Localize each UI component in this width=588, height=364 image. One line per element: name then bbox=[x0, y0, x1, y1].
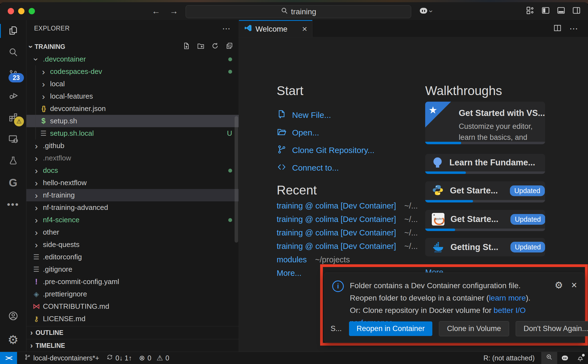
tree-item-icon: ☰ bbox=[39, 130, 48, 137]
toggle-primary-sidebar-icon[interactable] bbox=[541, 6, 550, 15]
sync-status-item[interactable]: 0↓ 1↑ bbox=[106, 354, 132, 362]
activity-item-explorer[interactable] bbox=[0, 20, 26, 42]
reopen-in-container-button[interactable]: Reopen in Container bbox=[349, 321, 433, 336]
walkthrough-card-fundamentals[interactable]: Learn the Fundame... bbox=[425, 154, 545, 174]
zoom-status-item[interactable] bbox=[541, 352, 557, 364]
tree-item[interactable]: › nf-training bbox=[26, 189, 239, 201]
walkthrough-card-jupyter[interactable]: jupyter Get Starte... Updated bbox=[425, 210, 545, 231]
connect-to-link[interactable]: Connect to... bbox=[277, 159, 375, 177]
tree-item[interactable]: › docs bbox=[26, 164, 239, 177]
tree-item[interactable]: ☰ setup.sh.local U bbox=[26, 127, 239, 140]
editor-more-actions-icon[interactable]: ⋯ bbox=[569, 23, 579, 34]
new-file-link[interactable]: New File... bbox=[277, 106, 375, 124]
notification-close-icon[interactable]: × bbox=[571, 279, 577, 291]
tree-item[interactable]: ☰ .editorconfig bbox=[26, 251, 239, 263]
tree-item-icon: $ bbox=[39, 117, 48, 125]
notification-settings-icon[interactable]: ⚙ bbox=[554, 280, 563, 291]
tree-item[interactable]: › .devcontainer bbox=[26, 53, 239, 65]
dont-show-again-button[interactable]: Don't Show Again... bbox=[516, 321, 588, 336]
navigate-back-button[interactable]: ← bbox=[152, 6, 160, 16]
sidebar-scrollbar[interactable] bbox=[235, 116, 238, 243]
tree-item-icon: › bbox=[32, 179, 41, 187]
tree-item-label: nf-training bbox=[43, 191, 75, 199]
new-folder-icon[interactable] bbox=[197, 42, 205, 51]
collapse-all-icon[interactable] bbox=[226, 42, 233, 51]
tree-item[interactable]: › other bbox=[26, 226, 239, 238]
recent-item[interactable]: training @ colima [Dev Container] ~/... bbox=[277, 226, 418, 240]
open-link[interactable]: Open... bbox=[277, 124, 375, 141]
copilot-status-item[interactable] bbox=[557, 352, 573, 364]
activity-item-testing[interactable] bbox=[0, 150, 26, 172]
clone-repo-link[interactable]: Clone Git Repository... bbox=[277, 141, 375, 159]
recent-item[interactable]: training @ colima [Dev Container] ~/... bbox=[277, 199, 418, 213]
tree-item[interactable]: › .github bbox=[26, 140, 239, 152]
tree-item[interactable]: › local bbox=[26, 78, 239, 90]
activity-item-accounts[interactable] bbox=[0, 305, 26, 327]
activity-item-run-debug[interactable] bbox=[0, 85, 26, 107]
clone-in-volume-button[interactable]: Clone in Volume bbox=[439, 321, 509, 336]
zoom-window-button[interactable] bbox=[29, 8, 35, 14]
tree-item[interactable]: $ setup.sh bbox=[26, 115, 239, 127]
updated-badge: Updated bbox=[510, 185, 545, 196]
close-window-button[interactable] bbox=[8, 8, 14, 14]
more-views-icon: ••• bbox=[7, 199, 19, 210]
activity-item-gitlens[interactable]: G bbox=[0, 172, 26, 194]
problems-status-item[interactable]: ⊗ 0 ⚠ 0 bbox=[139, 354, 169, 362]
activity-item-extensions[interactable]: ⚠ bbox=[0, 107, 26, 129]
learn-more-link[interactable]: learn more bbox=[489, 294, 526, 302]
toggle-secondary-sidebar-icon[interactable] bbox=[572, 6, 581, 15]
recent-more-link[interactable]: More... bbox=[277, 266, 301, 280]
tree-item[interactable]: › codespaces-dev bbox=[26, 65, 239, 78]
recent-item[interactable]: training @ colima [Dev Container] ~/... bbox=[277, 213, 418, 226]
copilot-menu[interactable]: › bbox=[419, 6, 433, 17]
refresh-icon[interactable] bbox=[211, 42, 219, 51]
walkthrough-card-python[interactable]: Get Starte... Updated bbox=[425, 181, 545, 202]
tree-item[interactable]: {} devcontainer.json bbox=[26, 102, 239, 115]
navigate-forward-button[interactable]: → bbox=[170, 6, 178, 16]
activity-item-remote-explorer[interactable] bbox=[0, 129, 26, 150]
activity-item-search[interactable] bbox=[0, 42, 26, 63]
walkthrough-card-get-started[interactable]: ★ Get Started with VS... Customize your … bbox=[425, 102, 545, 144]
tree-item-label: .pre-commit-config.yaml bbox=[43, 277, 119, 286]
new-file-icon[interactable] bbox=[183, 42, 190, 51]
activity-item-settings[interactable]: ⚙ bbox=[0, 327, 26, 352]
tree-item[interactable]: ☰ .gitignore bbox=[26, 263, 239, 276]
command-center-search[interactable]: training bbox=[186, 5, 411, 18]
walkthrough-card-docker[interactable]: docker Getting St... Updated bbox=[425, 238, 545, 256]
tree-item[interactable]: › .nextflow bbox=[26, 152, 239, 164]
recent-item[interactable]: modules ~/projects bbox=[277, 253, 418, 266]
recent-item-name: modules bbox=[277, 255, 307, 264]
minimize-window-button[interactable] bbox=[18, 8, 24, 14]
jupyter-icon: jupyter bbox=[432, 213, 444, 226]
outline-section-header[interactable]: › OUTLINE bbox=[26, 326, 239, 339]
remote-indicator[interactable]: >< bbox=[0, 352, 17, 364]
tab-close-icon[interactable]: × bbox=[302, 24, 307, 34]
tree-item[interactable]: › hello-nextflow bbox=[26, 177, 239, 189]
branch-status-item[interactable]: local-devcontainers*+ bbox=[24, 354, 99, 362]
tree-item-icon: ⋈ bbox=[32, 303, 41, 310]
folder-section-header[interactable]: › TRAINING bbox=[26, 40, 239, 53]
sync-icon bbox=[106, 354, 113, 362]
tree-item[interactable]: ⋈ CONTRIBUTING.md bbox=[26, 300, 239, 313]
notifications-bell-item[interactable] bbox=[573, 352, 588, 364]
activity-item-source-control[interactable]: 23 bbox=[0, 63, 26, 85]
activity-bar: 23 ⚠ bbox=[0, 20, 26, 352]
tree-item[interactable]: ! .pre-commit-config.yaml bbox=[26, 276, 239, 288]
customize-layout-icon[interactable] bbox=[526, 6, 535, 15]
git-branch-icon bbox=[277, 145, 287, 156]
tree-item[interactable]: ◈ .prettierignore bbox=[26, 288, 239, 300]
featured-ribbon: ★ bbox=[425, 102, 451, 127]
tab-welcome[interactable]: Welcome × bbox=[239, 20, 312, 37]
explorer-more-actions-icon[interactable]: ⋯ bbox=[222, 24, 231, 33]
tree-item[interactable]: › nf4-science bbox=[26, 214, 239, 226]
split-editor-icon[interactable] bbox=[553, 24, 562, 33]
r-attach-status[interactable]: R: (not attached) bbox=[483, 354, 535, 362]
timeline-section-header[interactable]: › TIMELINE bbox=[26, 339, 239, 352]
tree-item[interactable]: › local-features bbox=[26, 90, 239, 102]
tree-item[interactable]: ⚷ LICENSE.md bbox=[26, 313, 239, 325]
toggle-panel-icon[interactable] bbox=[557, 6, 565, 15]
tree-item[interactable]: › nf-training-advanced bbox=[26, 201, 239, 214]
tree-item[interactable]: › side-quests bbox=[26, 238, 239, 251]
recent-item[interactable]: training @ colima [Dev Container] ~/... bbox=[277, 240, 418, 253]
activity-item-more[interactable]: ••• bbox=[0, 194, 26, 215]
